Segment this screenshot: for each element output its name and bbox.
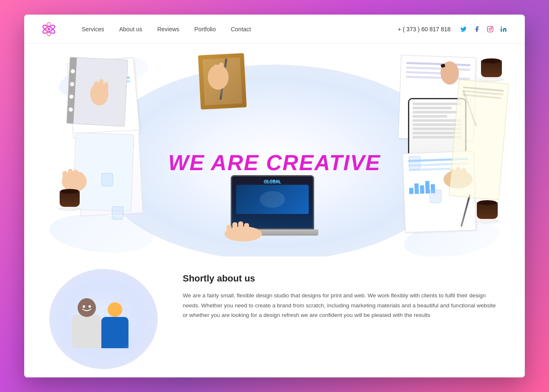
svg-rect-18: [63, 171, 67, 184]
coffee-saucer-tr: [479, 78, 504, 81]
coffee-saucer-br: [475, 220, 500, 223]
svg-rect-21: [79, 172, 83, 184]
nav-link-portfolio[interactable]: Portfolio: [194, 26, 216, 33]
svg-rect-25: [238, 221, 243, 235]
desk-visual: Statistical...: [24, 48, 525, 277]
paper-right-yellow: [449, 79, 509, 200]
desk-item-coffee-tr: [481, 60, 504, 81]
svg-rect-24: [232, 222, 237, 235]
nav-item-contact[interactable]: Contact: [231, 25, 251, 33]
svg-rect-26: [244, 223, 249, 235]
about-oval: [49, 269, 158, 369]
svg-point-6: [491, 27, 492, 28]
about-image-area: [49, 269, 166, 373]
nav-link-contact[interactable]: Contact: [231, 26, 251, 33]
phone-number: + ( 373 ) 60 817 818: [398, 26, 451, 33]
svg-rect-20: [73, 170, 78, 183]
oval-overlay: [53, 273, 154, 365]
nav-links: Services About us Reviews Portfolio Cont…: [82, 25, 398, 33]
nav-link-about[interactable]: About us: [119, 26, 142, 33]
nav-link-reviews[interactable]: Reviews: [157, 26, 179, 33]
svg-point-5: [489, 28, 491, 30]
browser-window: Services About us Reviews Portfolio Cont…: [24, 15, 525, 377]
instagram-icon[interactable]: [486, 25, 495, 34]
svg-point-7: [501, 26, 502, 28]
svg-rect-19: [68, 169, 73, 183]
about-text-area: Shortly about us We are a fairly small, …: [183, 269, 500, 320]
nav-item-services[interactable]: Services: [82, 25, 104, 33]
glass-2: [112, 206, 123, 220]
nav-item-reviews[interactable]: Reviews: [157, 25, 179, 33]
people-scene: [53, 273, 154, 365]
hand-typing-left: [222, 217, 264, 244]
logo-icon: [41, 21, 57, 37]
nav-item-about[interactable]: About us: [119, 25, 142, 33]
desk-item-right-papers: [450, 81, 504, 206]
glass-1: [101, 173, 113, 186]
nav-link-services[interactable]: Services: [82, 26, 104, 33]
hand-center-top: [204, 54, 233, 93]
svg-point-3: [48, 28, 50, 30]
svg-rect-14: [219, 63, 224, 78]
svg-rect-4: [487, 26, 493, 32]
svg-rect-11: [104, 82, 108, 95]
svg-rect-23: [227, 225, 232, 235]
facebook-icon[interactable]: [472, 25, 481, 34]
tablet-line-4: [413, 115, 447, 118]
logo[interactable]: [41, 21, 57, 37]
nav-item-portfolio[interactable]: Portfolio: [194, 25, 216, 33]
hand-tl: [87, 73, 112, 106]
hero-section: Statistical...: [24, 44, 525, 377]
glass-3: [409, 156, 421, 170]
bottom-section: Shortly about us We are a fairly small, …: [24, 256, 525, 377]
linkedin-icon[interactable]: [499, 25, 508, 34]
tablet-line-2: [413, 107, 452, 109]
coffee-cup-tr: [481, 60, 502, 77]
desk-item-laptop: GLOBAL: [231, 175, 318, 236]
svg-rect-13: [214, 65, 218, 79]
desk-item-center-top: [187, 54, 270, 113]
twitter-icon[interactable]: [459, 25, 468, 34]
hero-headline: WE ARE CREATIVE: [168, 150, 381, 175]
svg-rect-10: [99, 79, 103, 95]
about-title: Shortly about us: [183, 273, 500, 284]
nav-right: + ( 373 ) 60 817 818: [398, 25, 509, 34]
social-icons: [459, 25, 508, 34]
coffee-saucer-bl: [58, 208, 82, 211]
coffee-cup-bl: [60, 191, 80, 207]
navbar: Services About us Reviews Portfolio Cont…: [24, 15, 525, 44]
svg-rect-9: [94, 81, 98, 96]
about-description: We are a fairly small, flexible design s…: [183, 291, 500, 320]
desk-item-coffee-bl: [60, 191, 82, 211]
glass-4: [430, 190, 441, 203]
